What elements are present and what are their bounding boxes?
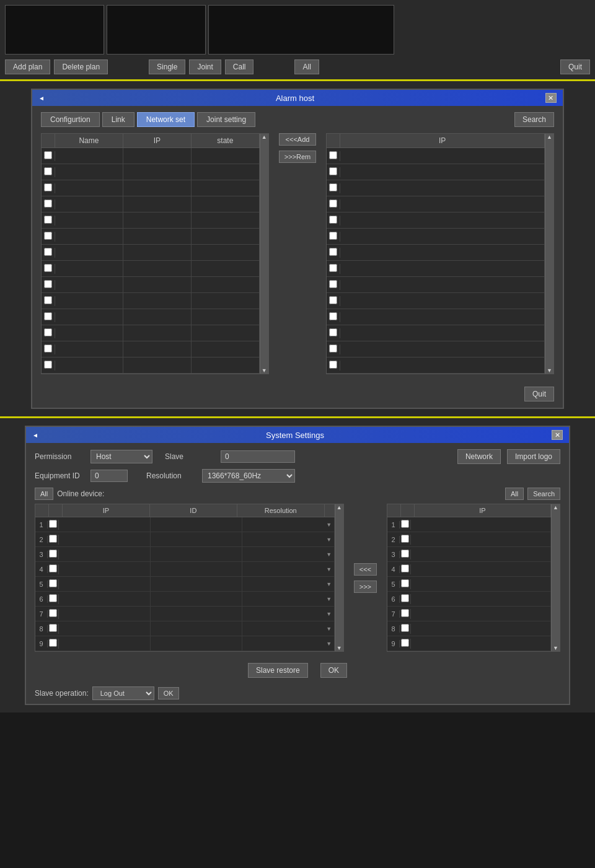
- row-checkbox-7[interactable]: [44, 248, 52, 256]
- network-button[interactable]: Network: [457, 449, 501, 464]
- sys-right-check-9[interactable]: [401, 639, 409, 647]
- sys-right-scroll-down[interactable]: ▼: [553, 645, 558, 651]
- dropdown-arrow-6[interactable]: ▼: [324, 596, 334, 602]
- alarm-rem-button[interactable]: >>>Rem: [279, 151, 317, 163]
- row-checkbox-2[interactable]: [44, 167, 52, 175]
- permission-select[interactable]: Host: [90, 450, 152, 463]
- tab-configurtion[interactable]: Configurtion: [41, 112, 100, 127]
- row-checkbox-9[interactable]: [44, 280, 52, 288]
- scroll-down-arrow-right[interactable]: ▼: [547, 367, 552, 374]
- right-row-checkbox-6[interactable]: [329, 232, 337, 240]
- system-right-scrollbar[interactable]: ▲ ▼: [551, 504, 560, 651]
- sys-left-check-5[interactable]: [49, 579, 57, 587]
- system-search-button[interactable]: Search: [527, 488, 560, 500]
- tab-joint-setting[interactable]: Joint setting: [197, 112, 255, 127]
- row-checkbox-12[interactable]: [44, 328, 52, 336]
- tab-link[interactable]: Link: [102, 112, 134, 127]
- row-checkbox-14[interactable]: [44, 361, 52, 369]
- right-row-checkbox-8[interactable]: [329, 264, 337, 272]
- right-row-checkbox-1[interactable]: [329, 151, 337, 159]
- delete-plan-button[interactable]: Delete plan: [54, 59, 108, 74]
- call-button[interactable]: Call: [225, 59, 254, 74]
- slave-restore-button[interactable]: Slave restore: [248, 663, 308, 678]
- sys-right-check-6[interactable]: [401, 594, 409, 602]
- sys-right-check-5[interactable]: [401, 579, 409, 587]
- system-rem-button[interactable]: >>>: [354, 581, 377, 593]
- sys-right-check-7[interactable]: [401, 609, 409, 617]
- scroll-down-arrow[interactable]: ▼: [262, 367, 267, 374]
- dropdown-arrow-2[interactable]: ▼: [324, 537, 334, 543]
- sys-right-check-1[interactable]: [401, 520, 409, 528]
- right-row-checkbox-14[interactable]: [329, 361, 337, 369]
- row-checkbox-1[interactable]: [44, 151, 52, 159]
- alarm-close-button[interactable]: ✕: [545, 93, 557, 103]
- dropdown-arrow-3[interactable]: ▼: [324, 551, 334, 558]
- add-plan-button[interactable]: Add plan: [5, 59, 50, 74]
- sys-left-check-4[interactable]: [49, 564, 57, 572]
- sys-right-check-4[interactable]: [401, 564, 409, 572]
- row-checkbox-6[interactable]: [44, 232, 52, 240]
- all-button-right[interactable]: All: [505, 488, 524, 500]
- sys-right-check-3[interactable]: [401, 550, 409, 558]
- right-row-checkbox-11[interactable]: [329, 312, 337, 320]
- alarm-search-button[interactable]: Search: [514, 112, 554, 127]
- row-checkbox-3[interactable]: [44, 183, 52, 191]
- right-row-checkbox-4[interactable]: [329, 199, 337, 208]
- quit-button[interactable]: Quit: [560, 59, 590, 74]
- right-row-checkbox-3[interactable]: [329, 183, 337, 191]
- row-checkbox-13[interactable]: [44, 344, 52, 353]
- row-checkbox-4[interactable]: [44, 199, 52, 208]
- dropdown-arrow-9[interactable]: ▼: [324, 641, 334, 647]
- all-button-left[interactable]: All: [35, 488, 53, 500]
- right-row-checkbox-12[interactable]: [329, 328, 337, 336]
- system-add-button[interactable]: <<<: [354, 563, 377, 576]
- slave-input[interactable]: [221, 450, 295, 463]
- right-row-checkbox-7[interactable]: [329, 248, 337, 256]
- scroll-up-arrow-right[interactable]: ▲: [547, 134, 552, 140]
- system-left-scrollbar[interactable]: ▲ ▼: [335, 504, 343, 651]
- scroll-up-arrow[interactable]: ▲: [262, 134, 267, 140]
- right-row-checkbox-10[interactable]: [329, 296, 337, 304]
- sys-left-check-7[interactable]: [49, 609, 57, 617]
- slave-label: Slave: [165, 452, 214, 461]
- sys-left-check-3[interactable]: [49, 550, 57, 558]
- alarm-quit-button[interactable]: Quit: [524, 387, 554, 401]
- sys-scroll-up[interactable]: ▲: [337, 504, 342, 511]
- dropdown-arrow-1[interactable]: ▼: [324, 522, 334, 528]
- slave-operation-select[interactable]: Log Out: [92, 686, 154, 700]
- equipment-id-input[interactable]: [90, 470, 128, 482]
- sys-right-check-2[interactable]: [401, 535, 409, 543]
- right-row-checkbox-13[interactable]: [329, 344, 337, 353]
- sys-left-check-6[interactable]: [49, 594, 57, 602]
- dropdown-arrow-5[interactable]: ▼: [324, 581, 334, 587]
- alarm-right-scrollbar[interactable]: ▲ ▼: [545, 134, 553, 374]
- dropdown-arrow-4[interactable]: ▼: [324, 566, 334, 572]
- sys-right-check-8[interactable]: [401, 624, 409, 632]
- row-checkbox-11[interactable]: [44, 312, 52, 320]
- right-row-checkbox-2[interactable]: [329, 167, 337, 175]
- right-row-checkbox-5[interactable]: [329, 216, 337, 224]
- system-close-button[interactable]: ✕: [552, 430, 563, 440]
- dropdown-arrow-7[interactable]: ▼: [324, 611, 334, 617]
- slave-op-ok-button[interactable]: OK: [158, 687, 179, 699]
- right-row-checkbox-9[interactable]: [329, 280, 337, 288]
- alarm-add-button[interactable]: <<<Add: [279, 133, 317, 146]
- sys-left-check-8[interactable]: [49, 624, 57, 632]
- single-button[interactable]: Single: [149, 59, 185, 74]
- sys-left-check-9[interactable]: [49, 639, 57, 647]
- system-ok-button[interactable]: OK: [320, 663, 347, 678]
- resolution-select[interactable]: 1366*768_60Hz: [202, 469, 295, 483]
- all-button[interactable]: All: [294, 59, 319, 74]
- sys-scroll-down[interactable]: ▼: [337, 645, 342, 651]
- alarm-left-scrollbar[interactable]: ▲ ▼: [260, 134, 268, 374]
- row-checkbox-10[interactable]: [44, 296, 52, 304]
- sys-left-check-2[interactable]: [49, 535, 57, 543]
- row-checkbox-5[interactable]: [44, 216, 52, 224]
- dropdown-arrow-8[interactable]: ▼: [324, 626, 334, 632]
- sys-right-scroll-up[interactable]: ▲: [553, 504, 558, 511]
- row-checkbox-8[interactable]: [44, 264, 52, 272]
- import-logo-button[interactable]: Import logo: [507, 449, 560, 464]
- tab-network-set[interactable]: Network set: [137, 112, 195, 127]
- joint-button[interactable]: Joint: [189, 59, 221, 74]
- sys-left-check-1[interactable]: [49, 520, 57, 528]
